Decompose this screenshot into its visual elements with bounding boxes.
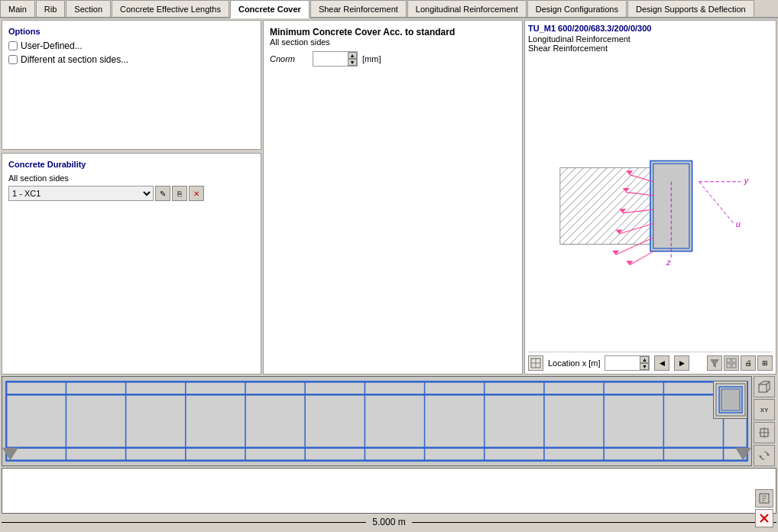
durability-sublabel: All section sides — [8, 174, 254, 183]
bottom-area: XY 5.000 m — [0, 376, 778, 529]
mini-section-svg — [715, 383, 746, 417]
durability-edit-btn[interactable]: ✎ — [155, 186, 170, 201]
location-map-btn[interactable] — [528, 355, 543, 371]
svg-rect-28 — [727, 364, 731, 368]
location-spinbox: 0.000 ▲ ▼ — [605, 355, 650, 371]
diagram-area: y u z — [528, 53, 773, 352]
options-panel: Options User-Defined... Different at sec… — [2, 20, 261, 150]
beam-view — [2, 376, 752, 466]
middle-panel: Minimum Concrete Cover Acc. to standard … — [263, 20, 523, 375]
tab-design-configurations[interactable]: Design Configurations — [527, 0, 627, 17]
svg-text:y: y — [744, 176, 749, 185]
cover-row: Cnorm 30.0 ▲ ▼ [mm] — [270, 51, 516, 66]
xy-view-btn[interactable]: XY — [754, 399, 775, 420]
cnorm-decrement-btn[interactable]: ▼ — [348, 59, 357, 66]
3d-view-btn[interactable] — [754, 376, 775, 397]
view-toolbar: 🖨 ⊞ — [707, 355, 773, 371]
svg-marker-16 — [626, 261, 633, 264]
tab-main[interactable]: Main — [0, 0, 35, 17]
beam-id: TU_M1 600/200/683.3/200/0/300 — [528, 24, 773, 33]
svg-marker-17 — [612, 250, 619, 254]
section-diagram: y u z — [536, 126, 765, 279]
bottom-text-panel — [2, 468, 776, 514]
svg-text:z: z — [666, 257, 671, 266]
cnorm-input[interactable]: 30.0 — [313, 52, 348, 66]
rotate-btn[interactable] — [754, 445, 775, 466]
svg-rect-29 — [732, 364, 736, 368]
info-line2: Shear Reinforcement — [528, 44, 773, 53]
svg-text:u: u — [736, 219, 741, 228]
location-input[interactable]: 0.000 — [605, 356, 640, 370]
scale-label: 5.000 m — [366, 517, 411, 527]
tab-concrete-effective-lengths[interactable]: Concrete Effective Lengths — [112, 0, 229, 17]
location-next-btn[interactable]: ▶ — [674, 355, 689, 371]
beam-toolbar: XY — [754, 376, 776, 466]
filter-btn[interactable] — [707, 355, 722, 371]
bottom-text-area: 5.000 m — [2, 468, 776, 527]
tab-rib[interactable]: Rib — [36, 0, 66, 17]
print-btn[interactable]: 🖨 — [741, 355, 756, 371]
svg-rect-26 — [727, 358, 731, 362]
bottom-refresh-btn[interactable] — [755, 509, 773, 527]
svg-line-6 — [699, 181, 734, 223]
svg-rect-27 — [732, 358, 736, 362]
cover-sublabel: All section sides — [270, 37, 516, 47]
user-defined-row: User-Defined... — [8, 41, 254, 51]
tab-shear-reinforcement[interactable]: Shear Reinforcement — [310, 0, 407, 17]
different-sides-checkbox[interactable] — [8, 55, 18, 64]
beam-panel: XY — [2, 376, 776, 466]
durability-panel: Concrete Durability All section sides 1 … — [2, 153, 261, 375]
beam-svg — [2, 377, 751, 466]
left-panel: Options User-Defined... Different at sec… — [2, 20, 261, 375]
durability-title: Concrete Durability — [8, 160, 254, 169]
durability-dropdown[interactable]: 1 - XC1 2 - XC2 3 - XC3 4 - XC4 — [8, 186, 154, 201]
durability-delete-btn[interactable]: ✕ — [189, 186, 204, 201]
mini-section-view — [713, 381, 747, 419]
bottom-export-btn[interactable] — [755, 489, 773, 508]
svg-line-54 — [759, 381, 763, 384]
scale-bar: 5.000 m — [2, 517, 776, 527]
options-title: Options — [8, 27, 254, 36]
location-label: Location x [m] — [548, 358, 600, 368]
location-bar: Location x [m] 0.000 ▲ ▼ ◀ ▶ — [528, 352, 773, 371]
tab-longitudinal-reinforcement[interactable]: Longitudinal Reinforcement — [407, 0, 527, 17]
tab-bar: Main Rib Section Concrete Effective Leng… — [0, 0, 778, 18]
view-mode-btn[interactable] — [724, 355, 739, 371]
cnorm-spinbox-btns: ▲ ▼ — [348, 52, 357, 66]
durability-copy-btn[interactable]: ⎘ — [172, 186, 187, 201]
export-btn[interactable]: ⊞ — [757, 355, 773, 371]
cnorm-increment-btn[interactable]: ▲ — [348, 52, 357, 59]
different-sides-label: Different at section sides... — [21, 54, 128, 65]
right-panel: TU_M1 600/200/683.3/200/0/300 Longitudin… — [524, 20, 776, 375]
user-defined-checkbox[interactable] — [8, 41, 18, 50]
cover-title: Minimum Concrete Cover Acc. to standard — [270, 27, 516, 37]
location-decrement-btn[interactable]: ▼ — [640, 363, 649, 370]
cnorm-label: Cnorm — [270, 54, 308, 63]
svg-line-10 — [630, 251, 654, 264]
user-defined-label: User-Defined... — [21, 41, 83, 51]
tab-section[interactable]: Section — [66, 0, 111, 17]
durability-dropdown-row: 1 - XC1 2 - XC2 3 - XC3 4 - XC4 ✎ ⎘ ✕ — [8, 186, 254, 201]
bottom-right-toolbar — [755, 489, 773, 527]
cnorm-spinbox: 30.0 ▲ ▼ — [313, 51, 358, 66]
tab-design-supports-deflection[interactable]: Design Supports & Deflection — [627, 0, 754, 17]
info-line1: Longitudinal Reinforcement — [528, 34, 773, 44]
cnorm-unit: [mm] — [362, 54, 381, 63]
location-prev-btn[interactable]: ◀ — [654, 355, 669, 371]
content-area: Options User-Defined... Different at sec… — [0, 18, 778, 376]
svg-marker-25 — [710, 359, 719, 368]
cover-panel: Minimum Concrete Cover Acc. to standard … — [263, 20, 523, 375]
tab-concrete-cover[interactable]: Concrete Cover — [230, 0, 310, 18]
location-increment-btn[interactable]: ▲ — [640, 356, 649, 363]
different-sides-row: Different at section sides... — [8, 54, 254, 65]
svg-rect-52 — [721, 389, 740, 410]
zoom-fit-btn[interactable] — [754, 422, 775, 443]
svg-rect-53 — [759, 384, 767, 392]
